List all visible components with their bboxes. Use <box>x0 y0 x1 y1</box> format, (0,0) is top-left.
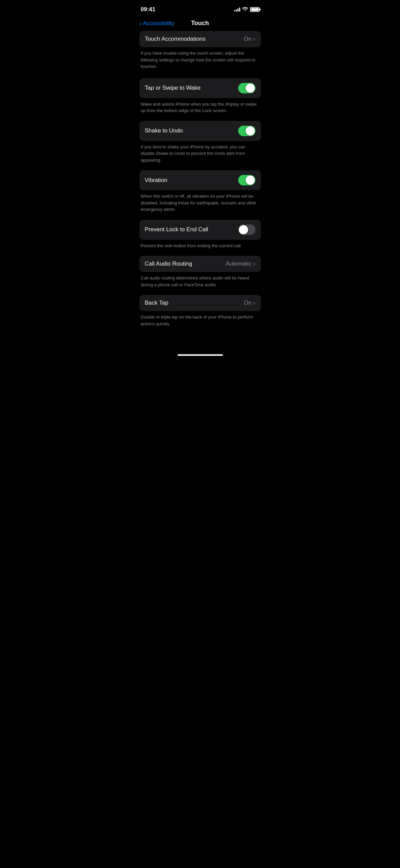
vibration-label: Vibration <box>145 177 168 184</box>
page-title: Touch <box>191 20 209 27</box>
tap-swipe-wake-row[interactable]: Tap or Swipe to Wake <box>139 78 261 98</box>
signal-icon <box>234 7 240 12</box>
prevent-lock-toggle[interactable] <box>238 224 255 235</box>
call-audio-routing-value: Automatic › <box>226 260 255 267</box>
vibration-toggle[interactable] <box>238 175 255 185</box>
status-time: 09:41 <box>141 6 155 13</box>
wifi-icon <box>242 7 248 12</box>
tap-swipe-wake-toggle[interactable] <box>238 83 255 93</box>
intro-description: If you have trouble using the touch scre… <box>139 50 261 70</box>
shake-to-undo-row[interactable]: Shake to Undo <box>139 121 261 141</box>
back-chevron-icon: ‹ <box>139 20 142 27</box>
touch-accommodations-chevron-icon: › <box>253 36 255 42</box>
call-audio-routing-label: Call Audio Routing <box>145 260 192 267</box>
back-tap-value: On › <box>244 300 255 306</box>
touch-accommodations-value: On › <box>244 36 255 42</box>
shake-to-undo-label: Shake to Undo <box>145 127 183 134</box>
status-bar: 09:41 <box>134 0 266 17</box>
back-label: Accessibility <box>143 20 174 27</box>
vibration-description: When this switch is off, all vibration o… <box>139 193 261 213</box>
prevent-lock-description: Prevent the side button from ending the … <box>139 242 261 249</box>
tap-swipe-wake-description: Wake and unlock iPhone when you tap the … <box>139 101 261 114</box>
tap-swipe-wake-label: Tap or Swipe to Wake <box>145 85 201 91</box>
back-tap-label: Back Tap <box>145 300 169 306</box>
call-audio-routing-chevron-icon: › <box>253 261 255 267</box>
back-tap-chevron-icon: › <box>253 300 255 306</box>
prevent-lock-row[interactable]: Prevent Lock to End Call <box>139 220 261 240</box>
status-icons <box>234 7 260 12</box>
back-tap-description: Double or triple tap on the back of your… <box>139 314 261 327</box>
vibration-row[interactable]: Vibration <box>139 170 261 190</box>
touch-accommodations-row[interactable]: Touch Accommodations On › <box>139 31 261 47</box>
home-indicator <box>177 354 223 356</box>
shake-to-undo-description: If you tend to shake your iPhone by acci… <box>139 144 261 164</box>
back-button[interactable]: ‹ Accessibility <box>139 20 174 27</box>
call-audio-routing-description: Call audio routing determines where audi… <box>139 275 261 288</box>
touch-accommodations-label: Touch Accommodations <box>145 36 206 42</box>
nav-header: ‹ Accessibility Touch <box>134 17 266 31</box>
back-tap-row[interactable]: Back Tap On › <box>139 295 261 311</box>
scroll-content: Touch Accommodations On › If you have tr… <box>134 31 266 347</box>
battery-icon <box>250 7 260 12</box>
prevent-lock-label: Prevent Lock to End Call <box>145 226 208 233</box>
shake-to-undo-toggle[interactable] <box>238 126 255 136</box>
call-audio-routing-row[interactable]: Call Audio Routing Automatic › <box>139 256 261 272</box>
